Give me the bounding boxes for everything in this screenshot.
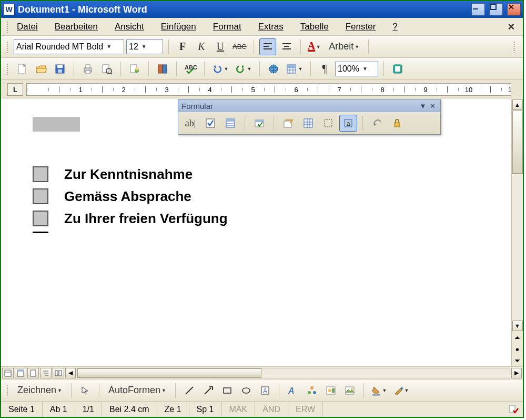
line-color-button[interactable]: ▼ [391,382,411,399]
select-objects-button[interactable] [77,382,94,399]
zoom-combo[interactable]: 100% ▼ [335,62,378,76]
text-form-field-button[interactable]: ab| [181,115,199,132]
new-document-button[interactable] [14,61,31,77]
diagram-button[interactable] [304,382,320,399]
clipart-button[interactable] [322,382,339,399]
rectangle-button[interactable] [219,382,236,399]
permission-button[interactable] [126,61,143,77]
scroll-thumb[interactable] [512,111,523,174]
spelling-button[interactable]: ABC [182,61,199,77]
form-checkbox[interactable] [33,166,48,182]
status-track-changes[interactable]: ÄND [255,402,288,417]
form-field-shading-button[interactable]: a [339,115,357,132]
formular-toolbar-title[interactable]: Formular ▼ ✕ [178,99,440,112]
font-name-combo[interactable]: Arial Rounded MT Bold ▼ [14,39,124,54]
insert-table-button[interactable] [299,115,317,132]
previous-page-button[interactable]: ⏶ [512,332,523,343]
scroll-up-button[interactable]: ▲ [512,99,523,110]
document-page[interactable]: Zur Kenntnisnahme Gemäss Absprache Zu Ih… [1,99,511,366]
arrow-button[interactable] [200,382,217,399]
toolbar-grip-icon[interactable] [512,41,515,53]
oval-button[interactable] [238,382,255,399]
draw-table-button[interactable] [279,115,297,132]
protect-form-button[interactable] [388,115,406,132]
draw-menu[interactable]: Zeichnen▼ [14,382,66,399]
autoshapes-menu[interactable]: AutoFormen▼ [105,382,170,399]
undo-button[interactable]: ▼ [210,61,231,77]
bold-button[interactable]: F [174,38,191,55]
status-macro-record[interactable]: MAK [222,402,256,417]
normal-view-button[interactable] [2,368,14,378]
maximize-button[interactable] [489,3,503,16]
menu-ansicht[interactable]: Ansicht [109,19,149,34]
outline-view-button[interactable] [40,368,52,378]
toolbar-grip-icon[interactable] [5,385,8,396]
horizontal-scrollbar[interactable] [77,368,510,378]
document-close-button[interactable]: × [504,20,519,34]
print-layout-view-button[interactable] [27,368,39,378]
menu-help[interactable]: ? [387,19,402,34]
formular-toolbar[interactable]: Formular ▼ ✕ ab| [178,99,441,135]
reading-layout-view-button[interactable] [53,368,64,378]
hyperlink-button[interactable] [265,61,282,77]
reset-form-fields-button[interactable] [368,115,386,132]
reading-layout-button[interactable] [389,61,406,77]
menu-bar: Datei Bearbeiten Ansicht Einfügen Format… [1,18,523,36]
open-button[interactable] [33,61,49,77]
line-button[interactable] [181,382,198,399]
font-size-combo[interactable]: 12 ▼ [126,39,163,54]
insert-frame-button[interactable] [319,115,337,132]
dropdown-form-field-button[interactable] [221,115,239,132]
research-button[interactable] [154,61,171,77]
menu-tabelle[interactable]: Tabelle [295,19,334,34]
spelling-status-icon[interactable] [504,404,523,415]
web-layout-view-button[interactable] [15,368,26,378]
scroll-left-button[interactable]: ◀ [65,368,76,378]
menu-extras[interactable]: Extras [253,19,289,34]
scroll-down-button[interactable]: ▼ [512,321,523,331]
checkbox-form-field-button[interactable] [201,115,219,132]
menu-einfuegen[interactable]: Einfügen [156,19,201,34]
toolbar-grip-icon[interactable] [5,63,8,75]
align-left-button[interactable] [259,38,276,55]
fill-color-button[interactable]: ▼ [369,382,389,399]
print-preview-button[interactable] [98,61,115,77]
status-extend-selection[interactable]: ERW [288,402,323,417]
print-button[interactable] [79,61,96,77]
italic-button[interactable]: K [193,38,210,55]
menu-datei[interactable]: Datei [12,19,43,34]
text-box-button[interactable]: A [257,382,274,399]
select-browse-object-button[interactable]: ● [512,344,523,354]
toolbar-grip-icon[interactable] [5,41,8,53]
form-checkbox[interactable] [33,188,48,204]
tab-type-selector[interactable]: L [7,83,23,96]
insert-table-button[interactable]: ▼ [284,61,305,77]
font-color-button[interactable]: A▼ [306,38,323,55]
show-formatting-button[interactable]: ¶ [316,61,333,77]
vertical-scrollbar[interactable]: ▲ ▼ ⏶ ● ⏷ [511,99,523,366]
underline-button[interactable]: U [212,38,229,55]
wordart-button[interactable]: A [285,382,301,399]
align-center-button[interactable] [278,38,295,55]
toolbar-options-arrow-icon[interactable]: ▼ [418,102,428,110]
next-page-button[interactable]: ⏷ [512,355,523,366]
toolbar-close-button[interactable]: ✕ [428,102,437,110]
scroll-thumb[interactable] [77,368,261,378]
close-button[interactable] [507,3,521,16]
horizontal-ruler[interactable]: 1234567891011 [26,83,511,96]
form-checkbox[interactable] [33,211,48,226]
minimize-button[interactable] [471,3,485,16]
style-dropdown[interactable]: Arbeit▼ [325,38,363,55]
menu-bearbeiten[interactable]: Bearbeiten [49,19,103,34]
insert-picture-button[interactable] [341,382,358,399]
redo-button[interactable]: ▼ [233,61,254,77]
menu-fenster[interactable]: Fenster [340,19,381,34]
form-field-options-button[interactable] [250,115,268,132]
strikethrough-button[interactable]: ABC [231,38,248,55]
title-bar[interactable]: W Dokument1 - Microsoft Word [1,1,523,18]
menu-format[interactable]: Format [208,19,247,34]
toolbar-grip-icon[interactable] [5,21,8,33]
form-text-field[interactable] [33,117,80,132]
save-button[interactable] [52,61,68,77]
scroll-right-button[interactable]: ▶ [511,368,522,378]
